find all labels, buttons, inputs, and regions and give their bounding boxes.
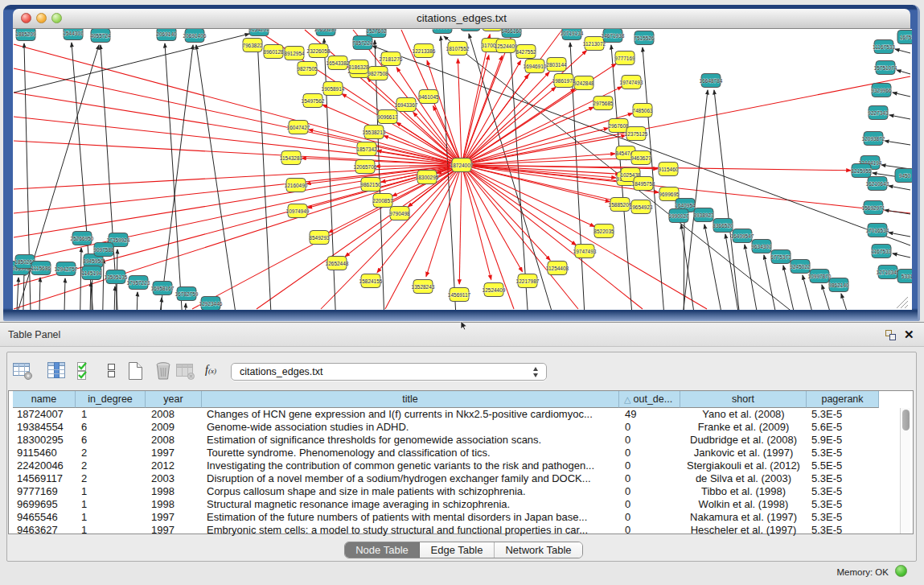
graph-node-label: 15692971	[862, 205, 885, 211]
graph-node-label: 11167533	[873, 44, 895, 50]
table-row[interactable]: 946554611997Estimation of the future num…	[9, 511, 913, 524]
table-row[interactable]: 911546021997Tourette syndrome. Phenomeno…	[9, 447, 913, 459]
graph-edge	[841, 294, 858, 310]
table-row[interactable]: 977716911998Corpus callosum shape and si…	[9, 485, 913, 498]
graph-edge	[14, 165, 462, 189]
table-cell: 9777169	[13, 485, 76, 498]
graph-node-label: 2967608	[608, 123, 629, 129]
table-select-dropdown[interactable]: citations_edges.txt	[231, 363, 547, 381]
table-cell: 6	[76, 434, 146, 447]
tab-edge-table[interactable]: Edge Table	[420, 542, 495, 558]
table-cell: Franke et al. (2009)	[680, 421, 807, 434]
tab-network-table[interactable]: Network Table	[495, 542, 582, 558]
column-header-short[interactable]: short	[680, 391, 807, 408]
graph-node-label: 11254408	[546, 266, 569, 271]
table-cell: 5.3E-5	[807, 472, 879, 485]
tab-node-table[interactable]: Node Table	[345, 542, 420, 558]
table-cell: Estimation of the future numbers of pati…	[202, 511, 619, 524]
table-row[interactable]: 1456911722003Disruption of a novel membe…	[9, 472, 913, 485]
graph-node-label: 13505135	[105, 274, 128, 280]
column-header-in_degree[interactable]: in_degree	[76, 391, 146, 408]
graph-node-label: 7485063	[632, 108, 653, 113]
table-cell: 5.9E-5	[807, 434, 879, 447]
graph-node-label: 18107552	[446, 46, 470, 51]
graph-edge	[895, 49, 910, 53]
graph-node-label: 15885209	[609, 202, 632, 208]
graph-edge	[23, 271, 24, 310]
graph-node-label: 25266950	[71, 236, 94, 241]
table-cell: Changes of HCN gene expression and I(f) …	[202, 408, 619, 421]
graph-node-label: 19058914	[322, 86, 345, 92]
graph-node-label: 9777169	[614, 56, 635, 61]
graph-node-label: 18724007	[450, 163, 474, 168]
column-header-pagerank[interactable]: pagerank	[807, 391, 879, 408]
graph-node-label: 6990027	[668, 213, 689, 219]
network-canvas[interactable]: 1872400713528243158241551265244885492931…	[13, 29, 912, 310]
select-columns-icon[interactable]	[75, 360, 97, 382]
column-header-year[interactable]: year	[146, 391, 202, 408]
table-cell: 1998	[146, 498, 202, 511]
table-type-tabs: Node TableEdge TableNetwork Table	[344, 542, 583, 558]
graph-edge	[462, 72, 549, 165]
delete-table-icon[interactable]	[153, 360, 175, 382]
graph-edge	[684, 215, 684, 310]
graph-node-label: 9862140	[828, 282, 849, 288]
graph-node-label: 19861978	[552, 78, 576, 84]
column-header-name[interactable]: name	[13, 391, 76, 408]
graph-node-label: 18300295	[416, 175, 439, 180]
table-body: 1872400712008Changes of HCN gene express…	[9, 408, 913, 534]
graph-node-label: 16210643	[866, 181, 889, 187]
desktop: { "window": { "title": "citations_edges.…	[0, 0, 924, 585]
row-options-icon[interactable]	[101, 360, 123, 382]
column-selector-icon[interactable]	[46, 360, 68, 382]
table-panel: f(x) citations_edges.txt namein_degreeye…	[6, 352, 917, 562]
graph-node-label: 16958167	[151, 286, 175, 291]
scrollbar-thumb[interactable]	[902, 410, 910, 431]
function-builder-icon[interactable]: f(x)	[205, 364, 216, 377]
new-table-icon[interactable]	[125, 360, 147, 382]
graph-node-label: 9154201	[248, 29, 269, 32]
graph-node-label: 16047427	[287, 125, 310, 130]
window-titlebar[interactable]: citations_edges.txt	[13, 9, 910, 29]
graph-node-label: 19654923	[630, 204, 653, 210]
table-header: namein_degreeyeartitle△ out_de...shortpa…	[13, 391, 883, 408]
graph-node-label: 12213386	[413, 48, 436, 54]
table-cell: 5.5E-5	[807, 459, 879, 472]
graph-node-label: 7963822	[242, 43, 263, 48]
column-header-out_de[interactable]: △ out_de...	[619, 391, 680, 408]
graph-node-label: 1115686	[31, 266, 51, 271]
float-panel-icon[interactable]	[885, 330, 897, 341]
table-row[interactable]: 969969511998Structural magnetic resonanc…	[9, 498, 913, 511]
graph-node[interactable]	[433, 29, 452, 34]
table-row[interactable]: 2242004622012Investigating the contribut…	[9, 459, 913, 472]
graph-edge	[510, 40, 530, 310]
graph-node[interactable]	[461, 29, 480, 31]
graph-node-label: 9242848	[573, 80, 594, 86]
graph-node-label: 9463627	[630, 155, 651, 161]
resize-grip[interactable]	[897, 297, 908, 308]
table-cell: Genome-wide association studies in ADHD.	[202, 421, 619, 434]
graph-node[interactable]	[483, 29, 502, 31]
close-panel-icon[interactable]: ✕	[904, 328, 914, 342]
graph-node-label: 8366520	[713, 223, 733, 229]
table-cell: 1	[76, 511, 146, 524]
table-settings-icon[interactable]	[12, 360, 35, 382]
dropdown-value: citations_edges.txt	[240, 366, 323, 377]
table-row[interactable]: 1872400712008Changes of HCN gene express…	[9, 408, 913, 421]
table-scrollbar[interactable]	[900, 408, 910, 534]
graph-edge	[329, 165, 462, 233]
graph-node-label: 8945950	[83, 258, 104, 264]
graph-node-label: 2069140	[156, 31, 177, 37]
table-row[interactable]: 946362711997Embryonic stem cells: a mode…	[9, 524, 913, 537]
graph-node-label: 9862150	[360, 182, 381, 187]
table-row[interactable]: 1938455462009Genome-wide association stu…	[9, 421, 913, 434]
dropdown-arrows-icon	[533, 367, 538, 377]
table-row[interactable]: 1830029562008Estimation of significance …	[9, 434, 913, 447]
column-header-title[interactable]: title	[202, 391, 619, 408]
graph-node-label: 17957223	[127, 280, 150, 286]
table-cell: 0	[619, 485, 680, 498]
table-cell: 5.6E-5	[807, 421, 879, 434]
graph-node-label: 4055724	[90, 33, 111, 39]
graph-node-label: 9245022	[790, 264, 811, 270]
graph-node-label: 16543382	[326, 60, 350, 66]
